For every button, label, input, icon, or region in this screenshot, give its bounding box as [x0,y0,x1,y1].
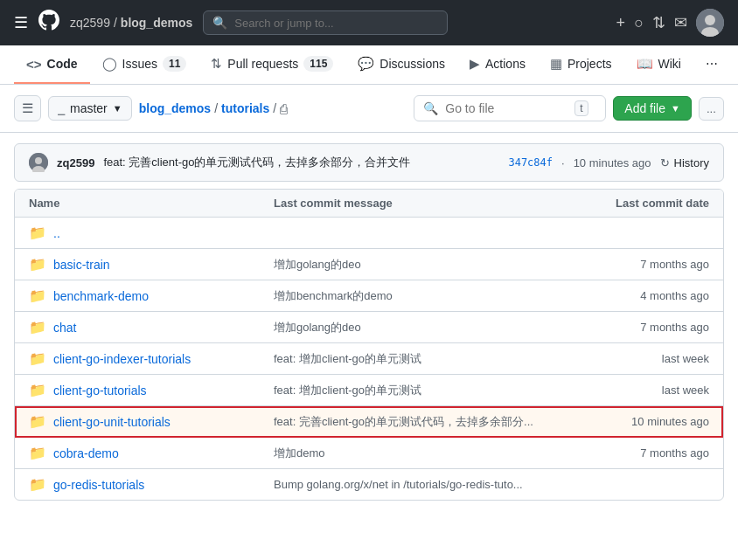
file-name-cell: 📁 client-go-unit-tutorials [29,413,274,430]
inbox-icon[interactable]: ✉ [674,13,687,32]
commit-msg-cell: 增加golang的deo [274,257,552,273]
list-item: 📁 basic-train 增加golang的deo 7 months ago [15,249,723,280]
pr-icon[interactable]: ⇅ [652,13,665,32]
tab-actions-label: Actions [485,57,526,71]
commit-message: feat: 完善client-go的单元测试代码，去掉多余部分，合并文件 [103,155,499,170]
search-icon: 🔍 [423,101,438,115]
tab-more[interactable]: ⋯ [693,46,730,83]
commit-msg-cell: feat: 增加client-go的单元测试 [274,383,552,398]
tab-issues[interactable]: ◯ Issues 11 [90,45,199,84]
file-link[interactable]: basic-train [53,258,110,272]
discussions-icon: 💬 [358,56,374,72]
top-nav: ☰ zq2599 / blog_demos 🔍 + ○ ⇅ ✉ [0,0,738,45]
list-item: 📁 client-go-unit-tutorials feat: 完善clien… [15,406,723,438]
file-name-cell: 📁 benchmark-demo [29,287,274,304]
file-name-cell: 📁 basic-train [29,256,274,273]
folder-icon: 📁 [29,413,46,430]
tab-wiki-label: Wiki [658,57,681,71]
nav-actions: + ○ ⇅ ✉ [616,9,724,37]
breadcrumb-path-link[interactable]: tutorials [221,101,269,115]
table-header: Name Last commit message Last commit dat… [15,190,723,218]
toolbar: ☰ ⎯ master ▼ blog_demos / tutorials / ⎙ … [0,85,738,133]
branch-selector[interactable]: ⎯ master ▼ [48,96,132,121]
col-message: Last commit message [274,197,552,210]
history-label: History [674,156,709,169]
actions-icon: ▶ [470,56,480,72]
tab-actions[interactable]: ▶ Actions [457,45,538,84]
commit-msg-cell: feat: 完善client-go的单元测试代码，去掉多余部分... [274,414,552,430]
commit-date-cell: 7 months ago [552,446,709,460]
col-name: Name [29,197,274,210]
hamburger-icon[interactable]: ☰ [14,13,28,32]
nav-username: zq2599 / blog_demos [70,16,192,30]
list-item: 📁 benchmark-demo 增加benchmark的demo 4 mont… [15,280,723,312]
add-file-button[interactable]: Add file ▼ [613,96,692,121]
more-label: ⋯ [706,57,718,71]
branch-icon: ⎯ [58,101,65,115]
history-icon: ↻ [660,156,670,169]
file-link[interactable]: benchmark-demo [53,289,149,303]
file-search[interactable]: 🔍 t [414,95,606,121]
commit-date-cell: 10 minutes ago [552,415,709,428]
tab-discussions[interactable]: 💬 Discussions [345,45,457,84]
plus-icon[interactable]: + [616,14,626,32]
breadcrumb-repo-link[interactable]: blog_demos [139,101,211,115]
file-link[interactable]: cobra-demo [53,446,119,460]
commit-time: 10 minutes ago [574,156,651,169]
commit-msg-cell: feat: 增加client-go的单元测试 [274,351,552,367]
file-link[interactable]: go-redis-tutorials [53,478,144,492]
tab-wiki[interactable]: 📖 Wiki [624,45,693,84]
commit-date-cell: 7 months ago [552,321,709,334]
sidebar-toggle-button[interactable]: ☰ [14,95,41,121]
commit-hash[interactable]: 347c84f [508,156,553,169]
copy-path-button[interactable]: ⎙ [280,101,288,116]
commit-msg-cell: 增加demo [274,446,552,461]
shortcut-badge: t [574,100,588,116]
file-link[interactable]: client-go-unit-tutorials [53,415,171,429]
folder-icon: 📁 [29,350,46,367]
file-name-cell: 📁 cobra-demo [29,445,274,461]
commit-msg-cell: 增加benchmark的demo [274,288,552,304]
tab-pr-label: Pull requests [227,57,298,71]
add-file-chevron-icon: ▼ [671,103,680,114]
code-icon: <> [26,57,42,72]
issues-badge: 11 [163,56,186,72]
folder-icon: 📁 [29,445,46,461]
issue-icon[interactable]: ○ [634,14,644,32]
tab-code[interactable]: <> Code [14,46,90,84]
file-link[interactable]: client-go-tutorials [53,384,147,398]
commit-date-cell: 7 months ago [552,258,709,271]
search-input[interactable] [234,17,438,30]
folder-icon: 📁 [29,225,46,241]
issues-icon: ◯ [102,56,117,72]
avatar[interactable] [696,9,724,37]
commit-msg-cell: Bump golang.org/x/net in /tutorials/go-r… [274,478,552,491]
file-name-cell: 📁 client-go-tutorials [29,382,274,398]
pr-badge: 115 [303,56,333,72]
history-button[interactable]: ↻ History [660,156,709,169]
projects-icon: ▦ [550,56,562,72]
github-logo[interactable] [38,10,59,36]
commit-username[interactable]: zq2599 [57,156,94,169]
repo-tabs: <> Code ◯ Issues 11 ⇅ Pull requests 115 … [0,45,738,85]
file-link[interactable]: .. [53,226,60,240]
file-name-cell: 📁 chat [29,319,274,335]
list-item: 📁 client-go-indexer-tutorials feat: 增加cl… [15,343,723,375]
tab-pull-requests[interactable]: ⇅ Pull requests 115 [198,45,345,84]
tab-discussions-label: Discussions [379,57,445,71]
tab-code-label: Code [47,57,78,71]
add-file-label: Add file [624,101,665,115]
branch-chevron-icon: ▼ [113,103,122,114]
tab-projects[interactable]: ▦ Projects [538,45,624,84]
folder-icon: 📁 [29,256,46,273]
file-search-input[interactable] [445,101,567,115]
file-link[interactable]: chat [53,321,76,335]
global-search[interactable]: 🔍 [203,10,448,35]
toolbar-more-button[interactable]: ... [699,97,724,121]
file-link[interactable]: client-go-indexer-tutorials [53,352,191,366]
breadcrumb-sep2: / [273,101,276,115]
list-item: 📁 client-go-tutorials feat: 增加client-go的… [15,375,723,406]
svg-point-4 [35,157,42,164]
folder-icon: 📁 [29,319,46,335]
col-date: Last commit date [552,197,709,210]
